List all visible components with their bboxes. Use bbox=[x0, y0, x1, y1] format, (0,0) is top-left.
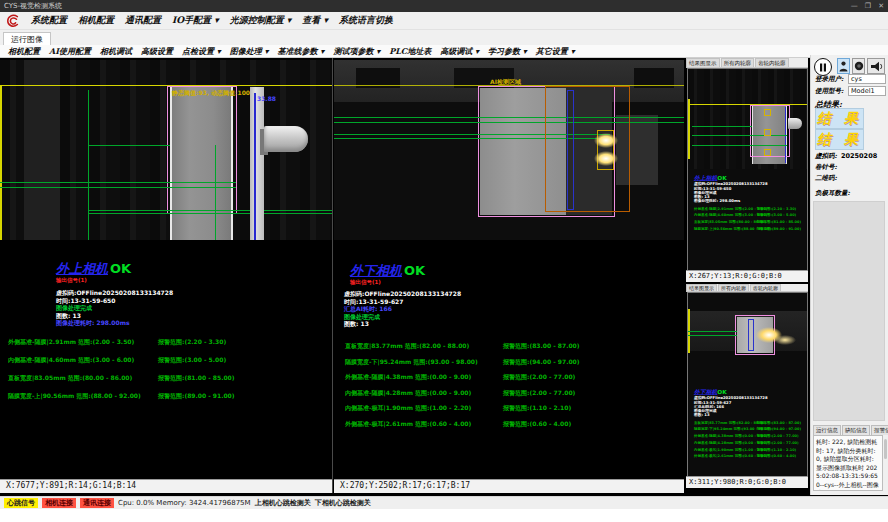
frame-count-line: 图数: 13 bbox=[56, 312, 173, 320]
info-tab[interactable]: 运行信息 bbox=[813, 425, 841, 435]
maximize-button[interactable]: ❐ bbox=[865, 2, 871, 10]
close-button[interactable]: ✕ bbox=[878, 2, 884, 10]
model-label: 使用型号: bbox=[815, 87, 843, 96]
cursor-status-lower: X:270;Y:2502;R:17;G:17;B:17 bbox=[334, 479, 684, 493]
menu-item[interactable]: 光源控制配置 ▾ bbox=[230, 14, 292, 27]
lens-button[interactable] bbox=[852, 58, 865, 74]
pause-button[interactable] bbox=[814, 58, 832, 76]
small-view-tab[interactable]: 结果图显示 bbox=[686, 58, 720, 67]
ai-roi-orange-box bbox=[545, 86, 630, 212]
result-ok: OK bbox=[110, 261, 131, 276]
info-tab[interactable]: 报警信息 bbox=[871, 425, 888, 435]
defect-marker bbox=[764, 149, 771, 156]
login-user-field[interactable]: cys bbox=[848, 74, 886, 84]
toolbar-item[interactable]: 高级设置 bbox=[141, 46, 173, 57]
measurement-text: 内侧基准-极耳|1.90mm 范围:(1.00 - 2.20) bbox=[694, 447, 757, 452]
measure-line bbox=[688, 335, 737, 336]
toolbar-item[interactable]: 其它设置 ▾ bbox=[536, 46, 575, 57]
time-line: 时间:13-31-59-627 bbox=[344, 298, 461, 306]
toolbar-item[interactable]: 相机配置 bbox=[8, 46, 40, 57]
measure-line bbox=[334, 122, 684, 123]
virtual-code-label: 虚拟码: bbox=[815, 152, 837, 161]
alarm-range-text: 报警范围:(89.00 - 91.00) bbox=[158, 392, 235, 401]
cursor-status-small-lower: X:311;Y:980;R:0;G:0;B:0 bbox=[686, 476, 808, 488]
alarm-range-text: 报警范围:(81.00 - 85.00) bbox=[757, 219, 801, 224]
toolbar-item[interactable]: 图像处理 ▾ bbox=[230, 46, 269, 57]
alarm-range-text: 报警范围:(94.00 - 97.00) bbox=[757, 427, 801, 432]
measure-line bbox=[0, 182, 236, 183]
speaker-button[interactable] bbox=[867, 58, 885, 74]
defect-marker bbox=[764, 129, 771, 136]
baseline-yellow bbox=[0, 85, 332, 86]
small-view-tab[interactable]: 齿轮内轮廓 bbox=[750, 284, 781, 291]
menu-item[interactable]: 相机配置 bbox=[78, 14, 114, 27]
bottom-margin bbox=[0, 509, 888, 522]
alarm-range-text: 报警范围:(83.00 - 87.00) bbox=[757, 420, 801, 425]
result-text: 结 果 bbox=[817, 131, 862, 149]
small-image-lower[interactable]: 外下相机OK 虚拟码:OFFline20250208133134728 时间:1… bbox=[687, 292, 808, 478]
measurement-row: 内侧基准-隔膜|4.28mm 范围:(0.00 - 9.00) 报警范围:(2.… bbox=[345, 389, 580, 398]
product-outline-pink bbox=[167, 86, 237, 214]
measurement-row: 隔膜宽度-下|95.24mm 范围:(93.00 - 98.00) 报警范围:(… bbox=[694, 427, 808, 432]
menu-item[interactable]: 系统配置 bbox=[31, 14, 67, 27]
measurement-text: 内侧基准-隔膜|4.60mm 范围:(3.00 - 6.00) bbox=[8, 356, 158, 365]
model-field[interactable]: Model1 bbox=[848, 86, 886, 96]
mini-result-block: 外上相机OK 虚拟码:OFFline20250208133134728 时间:1… bbox=[694, 171, 808, 233]
toolbar-item[interactable]: PLC地址表 bbox=[389, 46, 431, 57]
measurement-text: 隔膜宽度-下|95.24mm 范围:(93.00 - 98.00) bbox=[694, 427, 757, 432]
small-view-tab[interactable]: 结果图显示 bbox=[686, 284, 717, 291]
menu-item[interactable]: IO手配置 ▾ bbox=[172, 14, 219, 27]
small-view-tab[interactable]: 所有内轮廓 bbox=[718, 284, 749, 291]
menubar: 系统配置相机配置通讯配置IO手配置 ▾光源控制配置 ▾查看 ▾系统语言切换 bbox=[0, 12, 888, 30]
log-scrollbar[interactable] bbox=[884, 439, 887, 459]
toolbar-item[interactable]: 测试项参数 ▾ bbox=[333, 46, 380, 57]
measurement-row: 直板宽度|83.05mm 范围:(80.00 - 86.00) 报警范围:(81… bbox=[694, 219, 808, 224]
info-tab[interactable]: 缺陷信息 bbox=[842, 425, 870, 435]
time-line: 时间:13-31-59-650 bbox=[56, 297, 173, 305]
cursor-status-small-upper: X:267;Y:13;R:0;G:0;B:0 bbox=[686, 270, 808, 282]
result-box-lower: 结 果 bbox=[815, 129, 864, 150]
electrode-glow bbox=[594, 151, 618, 166]
app-logo-icon bbox=[6, 14, 20, 28]
measure-line bbox=[334, 117, 684, 118]
minimize-button[interactable]: — bbox=[851, 2, 858, 10]
run-log[interactable]: 耗时: 222, 缺陷检测耗时: 17, 缺陷分类耗时: 0, 缺陷提取分区耗时… bbox=[813, 435, 883, 491]
camera-image-lower[interactable]: AI检测区域 bbox=[334, 60, 684, 240]
small-view-tab[interactable]: 所有内轮廓 bbox=[721, 58, 755, 67]
measurement-text: 外侧基准-隔膜|4.38mm 范围:(0.00 - 9.00) bbox=[345, 373, 503, 382]
measurement-row: 直板宽度|83.77mm 范围:(82.00 - 88.00) 报警范围:(83… bbox=[345, 342, 580, 351]
toolbar-item[interactable]: 点检设置 ▾ bbox=[182, 46, 221, 57]
measure-line bbox=[692, 145, 787, 146]
process-time-line: 图像处理耗时: 298.00ms bbox=[56, 319, 173, 327]
camera-name: 外下相机 bbox=[350, 263, 402, 278]
small-view-tab[interactable]: 齿轮内轮廓 bbox=[755, 58, 789, 67]
toolbar-item[interactable]: 基准线参数 ▾ bbox=[278, 46, 325, 57]
tab-run-image[interactable]: 运行图像 bbox=[3, 32, 51, 45]
camera-image-upper[interactable]: 静态阈值:93, 动态阈值:100 33.88 bbox=[0, 60, 332, 240]
alarm-range-text: 报警范围:(0.60 - 4.00) bbox=[757, 453, 797, 458]
measurement-row: 隔膜宽度-上|90.56mm 范围:(88.00 - 92.00) 报警范围:(… bbox=[694, 226, 808, 231]
app-window: CYS-视觉检测系统 — ❐ ✕ 系统配置相机配置通讯配置IO手配置 ▾光源控制… bbox=[0, 0, 888, 522]
measurement-text: 内侧基准-隔膜|4.28mm 范围:(0.00 - 9.00) bbox=[345, 389, 503, 398]
result-ok: OK bbox=[717, 174, 726, 180]
measurement-row: 外侧基准-隔膜|4.38mm 范围:(0.00 - 9.00) 报警范围:(2.… bbox=[345, 373, 580, 382]
alarm-range-text: 报警范围:(1.10 - 2.10) bbox=[503, 404, 571, 413]
titlebar: CYS-视觉检测系统 — ❐ ✕ bbox=[0, 0, 888, 12]
cursor-status-upper: X:7677;Y:891;R:14;G:14;B:14 bbox=[0, 479, 332, 493]
alarm-range-text: 报警范围:(2.00 - 77.00) bbox=[757, 440, 799, 445]
menu-item[interactable]: 查看 ▾ bbox=[302, 14, 328, 27]
measurement-row: 内侧基准-极耳|1.90mm 范围:(1.00 - 2.20) 报警范围:(1.… bbox=[345, 404, 580, 413]
small-image-upper[interactable]: 外上相机OK 虚拟码:OFFline20250208133134728 时间:1… bbox=[687, 68, 808, 272]
info-tab-strip: 运行信息缺陷信息报警信息 bbox=[813, 425, 888, 435]
menu-item[interactable]: 通讯配置 bbox=[125, 14, 161, 27]
measurement-row: 外侧基准-极耳|2.61mm 范围:(0.60 - 4.00) 报警范围:(0.… bbox=[694, 453, 808, 458]
user-button[interactable] bbox=[837, 58, 850, 74]
alarm-range-text: 报警范围:(83.00 - 87.00) bbox=[503, 342, 580, 351]
menu-item[interactable]: 系统语言切换 bbox=[339, 14, 393, 27]
toolbar-item[interactable]: 高级调试 ▾ bbox=[440, 46, 479, 57]
toolbar-item[interactable]: 学习参数 ▾ bbox=[488, 46, 527, 57]
toolbar-item[interactable]: 相机调试 bbox=[100, 46, 132, 57]
toolbar-item[interactable]: AI使用配置 bbox=[49, 46, 91, 57]
measurement-list-upper: 外侧基准-隔膜|2.91mm 范围:(2.00 - 3.50) 报警范围:(2.… bbox=[8, 338, 235, 410]
measurement-row: 内侧基准-极耳|1.90mm 范围:(1.00 - 2.20) 报警范围:(1.… bbox=[694, 447, 808, 452]
